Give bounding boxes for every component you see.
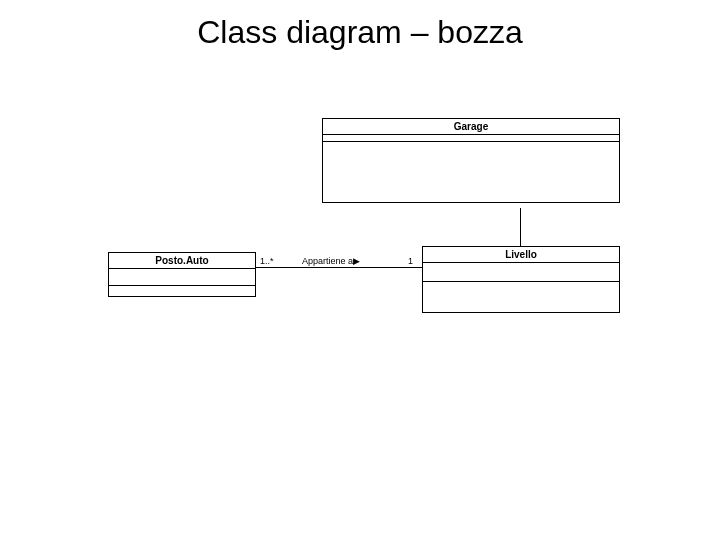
- uml-class-livello-name: Livello: [423, 247, 619, 263]
- uml-class-postoauto-attributes: [109, 269, 255, 286]
- uml-class-postoauto-name: Posto.Auto: [109, 253, 255, 269]
- uml-class-livello-operations: [423, 282, 619, 312]
- uml-class-garage-name: Garage: [323, 119, 619, 135]
- uml-class-garage-attributes: [323, 135, 619, 142]
- uml-class-livello: Livello: [422, 246, 620, 313]
- association-name: Appartiene a▶: [302, 256, 360, 266]
- slide-title: Class diagram – bozza: [0, 14, 720, 51]
- multiplicity-right: 1: [408, 256, 413, 266]
- uml-class-postoauto: Posto.Auto: [108, 252, 256, 297]
- connector-postoauto-livello: [255, 267, 422, 268]
- multiplicity-left: 1..*: [260, 256, 274, 266]
- uml-class-livello-attributes: [423, 263, 619, 282]
- connector-garage-livello: [520, 208, 521, 246]
- uml-class-garage-operations: [323, 142, 619, 202]
- uml-class-garage: Garage: [322, 118, 620, 203]
- uml-class-postoauto-operations: [109, 286, 255, 296]
